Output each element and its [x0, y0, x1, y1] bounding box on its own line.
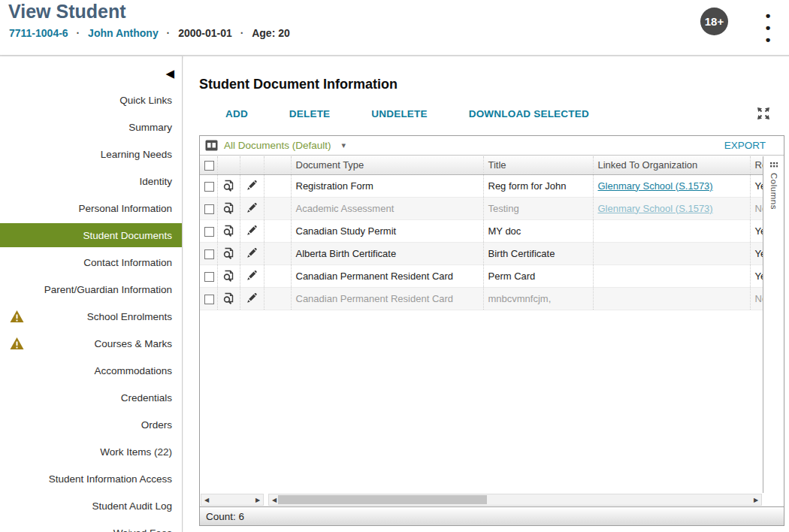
document-toolbar: ADD DELETE UNDELETE DOWNLOAD SELECTED: [225, 108, 630, 119]
row-checkbox[interactable]: [204, 204, 214, 214]
cell-title: Perm Card: [483, 264, 593, 287]
cell-rele: Yes: [750, 264, 763, 287]
scroll-right-icon[interactable]: ▶: [252, 494, 263, 505]
student-number-link[interactable]: 7711-1004-6: [9, 27, 68, 39]
edit-pencil-icon[interactable]: [245, 225, 258, 237]
undelete-button[interactable]: UNDELETE: [371, 108, 427, 119]
columns-tab[interactable]: Columns: [763, 156, 784, 493]
row-checkbox[interactable]: [204, 272, 214, 282]
preview-document-icon[interactable]: [222, 202, 235, 215]
row-checkbox[interactable]: [204, 249, 214, 259]
organization-link[interactable]: Glenmary School (S.1573): [598, 180, 713, 192]
documents-grid: All Documents (Default) ▾ EXPORT Documen…: [199, 135, 784, 526]
main-horizontal-scrollbar[interactable]: ◀ ▶: [268, 494, 762, 506]
sidebar-item-label: Quick Links: [119, 95, 172, 106]
sidebar-item-label: Summary: [128, 122, 172, 133]
sidebar-item-waived-fees[interactable]: Waived Fees: [0, 521, 182, 532]
add-button[interactable]: ADD: [225, 108, 248, 119]
scroll-right-icon[interactable]: ▶: [751, 494, 761, 505]
section-title: Student Document Information: [199, 77, 398, 92]
horizontal-scrollbars: ◀ ▶ ◀ ▶: [200, 493, 763, 506]
sidebar-item-contact-information[interactable]: Contact Information: [0, 250, 182, 274]
table-row: Alberta Birth Certificate Birth Certific…: [200, 242, 763, 264]
sidebar: ◀ Quick Links Summary Learning Needs Ide…: [0, 56, 183, 532]
select-all-checkbox[interactable]: [204, 161, 214, 171]
sidebar-item-label: Personal Information: [78, 203, 172, 214]
scrollbar-thumb[interactable]: [278, 495, 487, 504]
download-selected-button[interactable]: DOWNLOAD SELECTED: [469, 108, 589, 119]
cell-rele: No: [750, 197, 763, 219]
warning-icon: [10, 310, 24, 323]
preview-document-icon[interactable]: [222, 247, 235, 260]
cell-title: mnbcvmnfcjm,: [483, 287, 593, 310]
sidebar-item-credentials[interactable]: Credentials: [0, 385, 182, 410]
separator-dot: ·: [77, 27, 80, 39]
sidebar-item-work-items[interactable]: Work Items (22): [0, 440, 182, 464]
sidebar-item-school-enrolments[interactable]: School Enrolments: [0, 304, 182, 328]
columns-grip-icon: [770, 162, 778, 170]
row-checkbox[interactable]: [204, 182, 214, 192]
frozen-columns-scrollbar[interactable]: ◀ ▶: [201, 494, 264, 506]
student-summary-line: 7711-1004-6 · John Anthony · 2000-01-01 …: [9, 27, 290, 39]
cell-title: Testing: [483, 197, 593, 219]
sidebar-item-learning-needs[interactable]: Learning Needs: [0, 142, 182, 166]
grid-body: Document Type Title Linked To Organizati…: [200, 156, 763, 493]
column-header-document-type[interactable]: Document Type: [291, 156, 483, 174]
column-header-rele[interactable]: Rele: [750, 156, 763, 174]
table-row: Academic Assessment Testing Glenmary Sch…: [200, 197, 763, 219]
preview-document-icon[interactable]: [222, 292, 235, 305]
kebab-menu-icon[interactable]: •••: [759, 10, 777, 35]
row-checkbox[interactable]: [204, 295, 214, 304]
sidebar-item-personal-information[interactable]: Personal Information: [0, 196, 182, 220]
scroll-left-icon[interactable]: ◀: [201, 494, 212, 505]
student-name-link[interactable]: John Anthony: [88, 27, 159, 39]
edit-pencil-icon[interactable]: [245, 292, 258, 305]
table-row: Canadian Study Permit MY doc Yes: [200, 219, 763, 242]
sidebar-nav: Quick Links Summary Learning Needs Ident…: [0, 88, 182, 532]
sidebar-item-label: Waived Fees: [113, 527, 172, 532]
edit-pencil-icon[interactable]: [245, 247, 258, 260]
sidebar-item-label: Credentials: [121, 392, 172, 404]
edit-pencil-icon[interactable]: [245, 270, 258, 283]
edit-pencil-icon[interactable]: [245, 202, 258, 215]
edit-pencil-icon[interactable]: [245, 180, 258, 192]
chevron-down-icon[interactable]: ▾: [342, 141, 346, 150]
age-18-plus-badge: 18+: [700, 8, 728, 35]
sidebar-item-identity[interactable]: Identity: [0, 169, 182, 193]
view-selector[interactable]: All Documents (Default): [224, 140, 331, 151]
preview-document-icon[interactable]: [222, 270, 235, 283]
sidebar-item-accommodations[interactable]: Accommodations: [0, 358, 182, 382]
cell-rele: Yes: [750, 219, 763, 242]
page-title: View Student: [8, 1, 126, 23]
organization-link[interactable]: Glenmary School (S.1573): [598, 203, 713, 214]
sidebar-item-student-documents[interactable]: Student Documents: [0, 223, 182, 247]
export-button[interactable]: EXPORT: [724, 140, 766, 151]
sidebar-collapse-icon[interactable]: ◀: [165, 68, 174, 79]
column-header-title[interactable]: Title: [483, 156, 593, 174]
preview-document-icon[interactable]: [222, 225, 235, 237]
cell-rele: No: [750, 287, 763, 310]
preview-document-icon[interactable]: [222, 180, 235, 192]
sidebar-item-orders[interactable]: Orders: [0, 413, 182, 437]
sidebar-item-student-information-access[interactable]: Student Information Access: [0, 467, 182, 491]
sidebar-item-summary[interactable]: Summary: [0, 115, 182, 139]
sidebar-item-quick-links[interactable]: Quick Links: [0, 88, 182, 112]
page-header: View Student 7711-1004-6 · John Anthony …: [0, 0, 789, 55]
sidebar-item-courses-marks[interactable]: Courses & Marks: [0, 331, 182, 355]
sidebar-item-parent-guardian-information[interactable]: Parent/Guardian Information: [0, 277, 182, 301]
cell-title: Birth Certificate: [483, 242, 593, 264]
warning-icon: [10, 337, 24, 350]
row-count: Count: 6: [206, 511, 244, 522]
grid-toolbar: All Documents (Default) ▾ EXPORT: [200, 136, 784, 156]
sidebar-item-label: Learning Needs: [101, 149, 172, 160]
sidebar-item-student-audit-log[interactable]: Student Audit Log: [0, 494, 182, 518]
row-checkbox[interactable]: [204, 227, 214, 237]
cell-document-type: Alberta Birth Certificate: [291, 242, 483, 264]
delete-button[interactable]: DELETE: [289, 108, 330, 119]
count-status-bar: Count: 6: [200, 506, 784, 525]
fullscreen-expand-icon[interactable]: [756, 106, 771, 121]
column-header-linked-to-organization[interactable]: Linked To Organization: [593, 156, 750, 174]
cell-document-type: Canadian Study Permit: [291, 219, 483, 242]
cell-title: MY doc: [483, 219, 593, 242]
blank-column-header: [264, 156, 291, 174]
